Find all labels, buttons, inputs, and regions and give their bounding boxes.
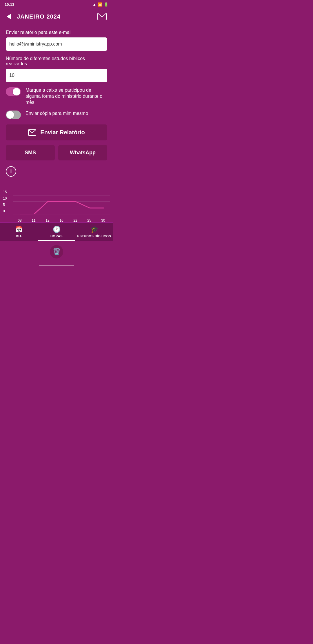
nav-estudos[interactable]: 🎓 ESTUDOS BÍBLICOS — [75, 223, 113, 241]
info-button[interactable]: i — [6, 166, 16, 177]
studies-section-label: Número de diferentes estudos bíblicos re… — [6, 56, 107, 66]
chart-x-25: 25 — [87, 218, 91, 222]
sms-button[interactable]: SMS — [6, 145, 55, 160]
header-title: JANEIRO 2024 — [17, 13, 61, 20]
toggle-copy-knob — [6, 111, 14, 119]
whatsapp-button[interactable]: WhatsApp — [58, 145, 107, 160]
chart-x-30: 30 — [101, 218, 105, 222]
nav-dia-icon: 📅 — [15, 226, 23, 233]
chart-x-11: 11 — [32, 218, 35, 222]
email-input[interactable] — [6, 37, 107, 51]
email-section-label: Enviar relatório para este e-mail — [6, 30, 107, 35]
chart-svg — [13, 189, 110, 214]
chart-y-labels: 15 10 5 0 — [3, 189, 7, 214]
chart-x-12: 12 — [46, 218, 49, 222]
status-icons: ▲ 📶 🔋 — [92, 2, 108, 7]
nav-dia-label: DIA — [16, 234, 22, 238]
back-button[interactable] — [3, 11, 14, 22]
info-icon: i — [10, 169, 12, 175]
delete-button[interactable]: 🗑️ — [50, 245, 63, 258]
toggle-ministry-wrapper — [6, 87, 21, 96]
home-indicator — [0, 263, 113, 270]
header: JANEIRO 2024 — [0, 8, 113, 28]
nav-horas[interactable]: 🕐 HORAS — [38, 223, 75, 241]
bottom-nav: 📅 DIA 🕐 HORAS 🎓 ESTUDOS BÍBLICOS — [0, 222, 113, 241]
toggle-ministry[interactable] — [6, 87, 21, 96]
header-left: JANEIRO 2024 — [3, 11, 61, 22]
main-content: Enviar relatório para este e-mail Número… — [0, 28, 113, 186]
chart-area — [13, 189, 110, 218]
info-row: i — [6, 165, 107, 181]
back-icon — [7, 14, 11, 19]
toggle-copy-row: Enviar cópia para mim mesmo — [6, 111, 107, 119]
toggle-copy-wrapper — [6, 111, 21, 119]
chart-x-16: 16 — [59, 218, 63, 222]
whatsapp-label: WhatsApp — [70, 150, 96, 155]
toggle-ministry-knob — [13, 88, 20, 95]
chart-container: 15 10 5 0 08 11 12 16 22 25 3 — [0, 186, 113, 222]
email-header-button[interactable] — [96, 10, 108, 23]
battery-icon: 🔋 — [104, 2, 108, 7]
studies-input[interactable] — [6, 69, 107, 82]
wifi-icon: 📶 — [98, 2, 102, 7]
toggle-ministry-label: Marque a caixa se participou de alguma f… — [26, 87, 107, 105]
send-envelope-icon — [28, 129, 36, 136]
nav-estudos-icon: 🎓 — [90, 226, 98, 233]
chart-x-22: 22 — [73, 218, 77, 222]
nav-horas-icon: 🕐 — [53, 226, 61, 233]
chart-x-labels: 08 11 12 16 22 25 30 — [13, 218, 110, 222]
home-bar — [39, 265, 74, 266]
nav-horas-label: HORAS — [50, 234, 63, 238]
chart-y-15: 15 — [3, 189, 7, 195]
nav-dia[interactable]: 📅 DIA — [0, 223, 38, 241]
toggle-ministry-row: Marque a caixa se participou de alguma f… — [6, 87, 107, 105]
status-bar: 10:13 ▲ 📶 🔋 — [0, 0, 113, 8]
status-time: 10:13 — [5, 2, 14, 7]
nav-estudos-label: ESTUDOS BÍBLICOS — [77, 234, 111, 238]
envelope-header-icon — [97, 13, 107, 20]
action-row: SMS WhatsApp — [6, 145, 107, 160]
toggle-copy[interactable] — [6, 111, 21, 119]
chart-x-08: 08 — [18, 218, 21, 222]
send-report-label: Enviar Relatório — [40, 129, 85, 136]
toggle-copy-label: Enviar cópia para mim mesmo — [26, 111, 107, 117]
chart-y-10: 10 — [3, 195, 7, 202]
signal-icon: ▲ — [92, 2, 96, 7]
sms-label: SMS — [25, 150, 36, 155]
send-report-button[interactable]: Enviar Relatório — [6, 124, 107, 140]
delete-bar: 🗑️ — [0, 241, 113, 263]
delete-icon: 🗑️ — [53, 248, 61, 256]
chart-y-0: 0 — [3, 208, 7, 214]
chart-y-5: 5 — [3, 202, 7, 208]
